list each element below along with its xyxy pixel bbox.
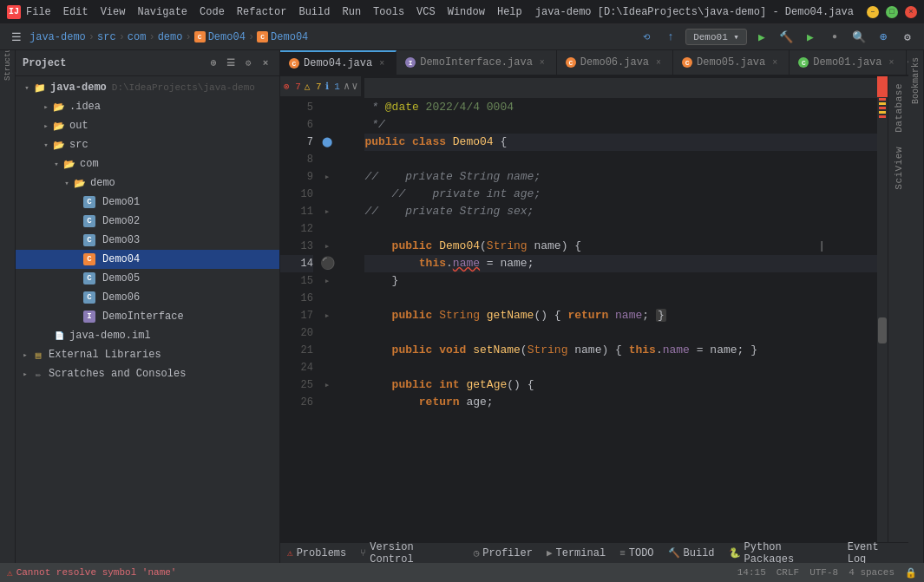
bottom-tab-eventlog[interactable]: Event Log bbox=[848, 541, 901, 564]
tree-item-src[interactable]: ▾ 📂 src bbox=[16, 135, 279, 154]
tree-item-java-demo[interactable]: ▾ 📁 java-demo D:\IdeaProjects\java-demo bbox=[16, 78, 279, 97]
status-lock[interactable]: 🔒 bbox=[905, 567, 917, 579]
menu-file[interactable]: File bbox=[26, 6, 51, 18]
tree-item-iml[interactable]: 📄 java-demo.iml bbox=[16, 326, 279, 345]
breadcrumb-class[interactable]: Demo04 bbox=[208, 31, 246, 43]
tree-item-demo03[interactable]: C Demo03 bbox=[16, 231, 279, 250]
tree-arrow-java-demo[interactable]: ▾ bbox=[21, 83, 33, 93]
breadcrumb-demo[interactable]: demo bbox=[158, 31, 183, 43]
tree-item-demo06[interactable]: C Demo06 bbox=[16, 288, 279, 307]
menu-code[interactable]: Code bbox=[200, 6, 225, 18]
gutter-7[interactable]: ⬤ bbox=[318, 134, 336, 151]
bottom-tab-vcs[interactable]: ⑂ Version Control bbox=[360, 541, 459, 564]
profile-button[interactable]: ● bbox=[825, 28, 844, 47]
gutter-15[interactable]: ▸ bbox=[318, 272, 336, 290]
panel-icon-add[interactable]: ⊕ bbox=[206, 56, 220, 70]
tree-arrow-out[interactable]: ▸ bbox=[40, 121, 52, 131]
tree-item-demo[interactable]: ▾ 📂 demo bbox=[16, 173, 279, 193]
status-encoding[interactable]: UTF-8 bbox=[809, 567, 838, 578]
tab-close-demo05[interactable]: × bbox=[770, 57, 780, 68]
menu-help[interactable]: Help bbox=[497, 6, 522, 18]
tree-arrow-idea[interactable]: ▸ bbox=[40, 102, 52, 112]
minimize-button[interactable]: – bbox=[867, 6, 879, 18]
menu-edit[interactable]: Edit bbox=[63, 6, 88, 18]
right-tab-sciview[interactable]: SciView bbox=[891, 140, 907, 197]
breadcrumb-project[interactable]: java-demo bbox=[29, 31, 86, 43]
menu-run[interactable]: Run bbox=[342, 6, 361, 18]
breadcrumb-member[interactable]: Demo04 bbox=[271, 31, 308, 43]
tree-arrow-src[interactable]: ▾ bbox=[40, 141, 52, 150]
vcs-button2[interactable]: ↑ bbox=[661, 28, 680, 47]
menu-refactor[interactable]: Refactor bbox=[237, 6, 287, 18]
tree-item-demo05[interactable]: C Demo05 bbox=[16, 269, 279, 288]
tab-demoint[interactable]: I DemoInterface.java × bbox=[396, 50, 557, 75]
tree-arrow-com[interactable]: ▾ bbox=[50, 160, 62, 169]
tab-demo04[interactable]: C Demo04.java × bbox=[280, 50, 396, 75]
tree-arrow-demo[interactable]: ▾ bbox=[61, 179, 73, 188]
tree-arrow-scratches[interactable]: ▸ bbox=[19, 369, 31, 379]
right-tab-database[interactable]: Database bbox=[891, 76, 907, 140]
menu-view[interactable]: View bbox=[101, 6, 126, 18]
tab-demo01[interactable]: C Demo01.java × bbox=[790, 50, 906, 75]
bottom-tab-todo[interactable]: ≡ TODO bbox=[619, 547, 653, 559]
gutter-17[interactable]: ▸ bbox=[318, 307, 336, 324]
bottom-tab-problems[interactable]: ⚠ Problems bbox=[287, 547, 346, 559]
tree-item-demointerface[interactable]: I DemoInterface bbox=[16, 307, 279, 326]
update-button[interactable]: ⊕ bbox=[874, 28, 893, 47]
menu-window[interactable]: Window bbox=[448, 6, 485, 18]
gutter-14[interactable]: ⚫ bbox=[318, 255, 336, 272]
status-indent[interactable]: 4 spaces bbox=[849, 567, 895, 578]
vcs-button[interactable]: ⟲ bbox=[637, 28, 656, 47]
structure-icon[interactable]: Structure bbox=[2, 54, 14, 66]
restore-button[interactable]: □ bbox=[886, 6, 898, 18]
gutter-11[interactable]: ▸ bbox=[318, 203, 336, 220]
scrollbar-thumb[interactable] bbox=[878, 317, 887, 343]
tree-item-extlibs[interactable]: ▸ ▤ External Libraries bbox=[16, 345, 279, 364]
status-time[interactable]: 14:15 bbox=[737, 567, 766, 578]
tab-close-demo01[interactable]: × bbox=[887, 57, 897, 68]
project-toggle-button[interactable]: ☰ bbox=[7, 28, 26, 47]
search-button[interactable]: 🔍 bbox=[849, 28, 868, 47]
menu-tools[interactable]: Tools bbox=[373, 6, 404, 18]
gutter-13[interactable]: ▸ bbox=[318, 238, 336, 255]
menu-build[interactable]: Build bbox=[298, 6, 330, 18]
tab-close-demo06[interactable]: × bbox=[653, 57, 664, 68]
breadcrumb-src[interactable]: src bbox=[97, 31, 116, 43]
bottom-tab-terminal[interactable]: ▶ Terminal bbox=[547, 547, 606, 559]
menu-navigate[interactable]: Navigate bbox=[137, 6, 187, 18]
build-button[interactable]: 🔨 bbox=[777, 28, 796, 47]
close-button[interactable]: × bbox=[905, 6, 917, 18]
breadcrumb-com[interactable]: com bbox=[128, 31, 147, 43]
run-button[interactable]: ▶ bbox=[752, 28, 771, 47]
gutter-9[interactable]: ▸ bbox=[318, 168, 336, 186]
panel-icon-close[interactable]: × bbox=[259, 56, 272, 70]
bottom-tab-profiler[interactable]: ◷ Profiler bbox=[474, 547, 533, 559]
bottom-tab-build[interactable]: 🔨 Build bbox=[668, 547, 715, 559]
settings-button[interactable]: ⚙ bbox=[898, 28, 917, 47]
tree-item-out[interactable]: ▸ 📂 out bbox=[16, 116, 279, 135]
tab-close-demoint[interactable]: × bbox=[537, 57, 547, 68]
bookmarks-tab[interactable]: Bookmarks bbox=[908, 50, 923, 111]
gutter-25[interactable]: ▸ bbox=[318, 376, 336, 394]
bottom-tab-python[interactable]: 🐍 Python Packages bbox=[729, 541, 834, 564]
tab-demo05[interactable]: C Demo05.java × bbox=[673, 50, 790, 75]
panel-icon-layout[interactable]: ☰ bbox=[224, 56, 238, 70]
tree-arrow-extlibs[interactable]: ▸ bbox=[19, 350, 31, 360]
status-linesep[interactable]: CRLF bbox=[777, 567, 799, 578]
run-config-selector[interactable]: Demo01 ▾ bbox=[685, 29, 747, 45]
tree-item-demo02[interactable]: C Demo02 bbox=[16, 212, 279, 231]
tree-item-demo04[interactable]: C Demo04 bbox=[16, 250, 279, 269]
tab-close-demo04[interactable]: × bbox=[377, 58, 387, 69]
tree-item-scratches[interactable]: ▸ ✏ Scratches and Consoles bbox=[16, 364, 279, 383]
nav-down[interactable]: ∨ bbox=[351, 80, 357, 93]
nav-up[interactable]: ∧ bbox=[344, 80, 350, 93]
code-view[interactable]: * @date 2022/4/4 0004 */ public class De… bbox=[361, 76, 877, 542]
panel-icon-settings[interactable]: ⚙ bbox=[241, 56, 255, 70]
tree-item-com[interactable]: ▾ 📂 com bbox=[16, 154, 279, 173]
project-panel-header: Project ⊕ ☰ ⚙ × bbox=[16, 50, 279, 76]
tree-item-idea[interactable]: ▸ 📂 .idea bbox=[16, 97, 279, 116]
tab-demo06[interactable]: C Demo06.java × bbox=[557, 50, 673, 75]
tree-item-demo01[interactable]: C Demo01 bbox=[16, 193, 279, 212]
menu-vcs[interactable]: VCS bbox=[416, 6, 436, 18]
coverage-button[interactable]: ▶ bbox=[801, 28, 820, 47]
